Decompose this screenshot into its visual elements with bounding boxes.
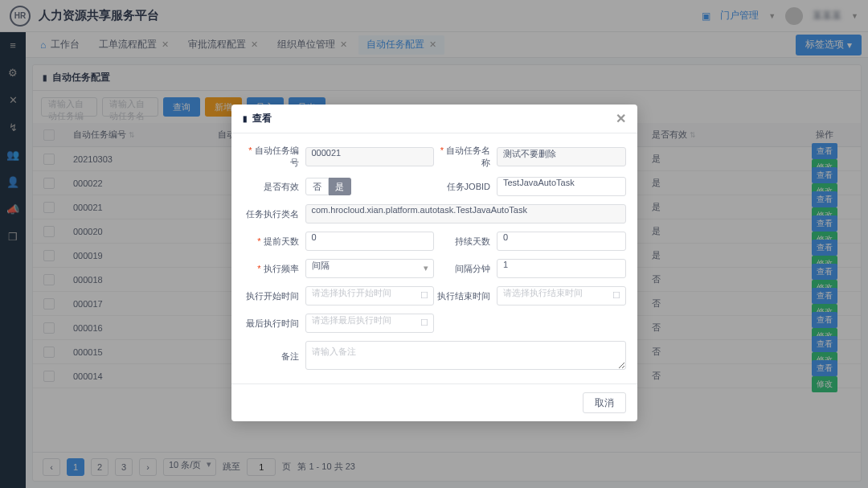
label-interval: 间隔分钟 — [434, 263, 497, 275]
remark-textarea[interactable] — [305, 341, 626, 370]
label-class: 任务执行类名 — [243, 208, 305, 220]
code-field: 000021 — [305, 147, 435, 166]
view-modal: 查看 ✕ 自动任务编号000021 自动任务名称测试不要删除 是否有效 否 是 … — [231, 105, 637, 421]
modal-title: 查看 — [252, 112, 272, 125]
label-start: 执行开始时间 — [243, 290, 305, 302]
label-end: 执行结束时间 — [434, 290, 497, 302]
label-last: 最后执行时间 — [243, 318, 305, 330]
valid-radio[interactable]: 否 是 — [305, 178, 435, 195]
label-advance: 提前天数 — [243, 236, 305, 248]
label-continue: 持续天数 — [434, 236, 497, 248]
label-jobid: 任务JOBID — [434, 181, 497, 193]
interval-field: 1 — [497, 259, 626, 278]
advance-field: 0 — [305, 232, 435, 251]
end-datepicker[interactable]: 请选择执行结束时间 — [497, 286, 626, 306]
name-field: 测试不要删除 — [497, 147, 626, 166]
label-valid: 是否有效 — [243, 181, 305, 193]
label-remark: 备注 — [243, 351, 305, 363]
last-datepicker[interactable]: 请选择最后执行时间 — [305, 314, 435, 333]
freq-select[interactable]: 间隔 — [305, 259, 435, 278]
start-datepicker[interactable]: 请选择执行开始时间 — [305, 286, 435, 306]
close-icon[interactable]: ✕ — [616, 111, 626, 126]
label-code: 自动任务编号 — [243, 145, 305, 169]
valid-no[interactable]: 否 — [305, 178, 329, 195]
continue-field: 0 — [497, 232, 626, 251]
label-name: 自动任务名称 — [434, 145, 497, 169]
jobid-field: TestJavaAutoTask — [497, 177, 626, 196]
label-freq: 执行频率 — [243, 263, 305, 275]
class-field: com.hrocloud.xian.platform.autotask.Test… — [305, 204, 626, 223]
cancel-button[interactable]: 取消 — [583, 392, 626, 413]
modal-overlay[interactable]: 查看 ✕ 自动任务编号000021 自动任务名称测试不要删除 是否有效 否 是 … — [0, 0, 868, 488]
valid-yes[interactable]: 是 — [329, 178, 351, 195]
